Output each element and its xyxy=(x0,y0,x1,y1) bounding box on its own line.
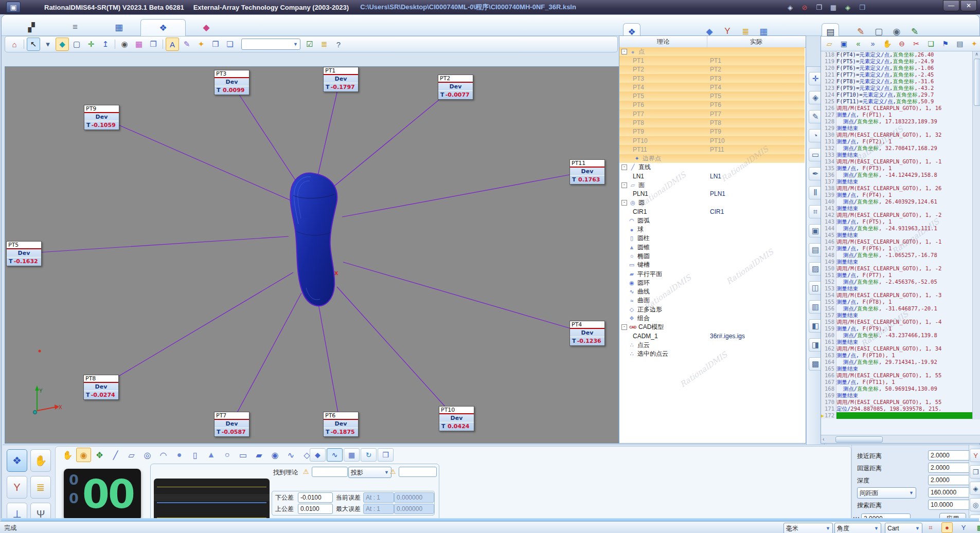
curve-feature-icon[interactable]: ∿ xyxy=(283,448,298,462)
comb-button[interactable]: ≣ xyxy=(30,476,51,499)
code-line-154[interactable]: 154调用/M(EASI_CLEARPLN_GOTO), 1, -3 xyxy=(821,292,972,299)
code-line-143[interactable]: 143测量/点, F(PT5), 1 xyxy=(821,218,972,225)
view-orient-icon[interactable]: ◆ xyxy=(56,38,69,51)
code-line-149[interactable]: 149测量结束 xyxy=(821,259,972,265)
eye-icon[interactable]: ◉ xyxy=(118,38,131,51)
point-label-PT4[interactable]: PT4DevT-0.1236 xyxy=(569,321,605,346)
3d-viewport[interactable]: x Y X PT3DevT0.0099PT1DevT-0.1797PT2DevT… xyxy=(5,66,619,444)
code-line-161[interactable]: 161测量结束 xyxy=(821,339,972,345)
comb-icon[interactable]: ≣ xyxy=(317,38,331,51)
code-line-131[interactable]: 131测量/点, F(PT2), 1 xyxy=(821,138,972,145)
quick-select-combo[interactable]: ▼ xyxy=(241,39,300,50)
home-icon[interactable]: ⌂ xyxy=(8,38,21,51)
code-line-164[interactable]: 164 测点/直角坐标, 29.714341,-19.92 xyxy=(821,359,972,365)
code-line-146[interactable]: 146调用/M(EASI_CLEARPLN_GOTO), 1, -1 xyxy=(821,238,972,245)
code-line-151[interactable]: 151测量/点, F(PT7), 1 xyxy=(821,272,972,279)
probe-rack-icon[interactable]: Y xyxy=(970,449,980,462)
code-line-144[interactable]: 144 测点/直角坐标, -24.931963,111.1 xyxy=(821,225,972,232)
tree-row-圆弧[interactable]: ◠圆弧 xyxy=(619,216,805,225)
code-line-132[interactable]: 132 测点/直角坐标, 32.708417,168.29 xyxy=(821,145,972,152)
window-cascade-icon[interactable]: ❒ xyxy=(209,38,222,51)
tree-row-PT3[interactable]: PT3PT3 xyxy=(619,74,805,83)
code-line-171[interactable]: 171定位/294.887085, 198.939578, 215. xyxy=(821,406,972,412)
code-line-128[interactable]: 128 测点/直角坐标, 17.183223,189.39 xyxy=(821,118,972,125)
tree-row-PT5[interactable]: PT5PT5 xyxy=(619,91,805,100)
tree-row-平行平面[interactable]: ▰平行平面 xyxy=(619,269,805,278)
vertical-scrollbar[interactable]: ∧ xyxy=(972,51,980,419)
code-line-159[interactable]: 159测量/点, F(PT9), 1 xyxy=(821,325,972,332)
code-line-156[interactable]: 156 测点/直角坐标, -31.646877,-20.1 xyxy=(821,305,972,312)
angle-probe-icon[interactable]: ↻ xyxy=(361,448,377,462)
layout-icon[interactable]: ❐ xyxy=(147,38,160,51)
code-line-147[interactable]: 147测量/点, F(PT6), 1 xyxy=(821,245,972,252)
expand-toggle-icon[interactable]: - xyxy=(621,164,627,170)
code-line-137[interactable]: 137测量结束 xyxy=(821,178,972,185)
code-line-125[interactable]: 125F(PT11)=元素定义/点,直角坐标,50.9 xyxy=(821,98,972,105)
point-label-PT1[interactable]: PT1DevT-0.1797 xyxy=(323,67,359,92)
tree-row-CIR1[interactable]: CIR1CIR1 xyxy=(619,207,805,216)
expand-toggle-icon[interactable]: - xyxy=(621,49,627,54)
search-cube-icon[interactable]: ◎ xyxy=(970,498,980,511)
remove-breakpoint-icon[interactable]: ⊖ xyxy=(895,37,908,50)
circle-feature-icon[interactable]: ◎ xyxy=(140,448,155,462)
magic-wand-icon[interactable]: ✦ xyxy=(194,38,208,51)
expand-toggle-icon[interactable]: - xyxy=(621,182,627,188)
spacing-plane-dropdown[interactable]: 间距面▼ xyxy=(857,487,916,499)
tab-graphics[interactable]: ◆ xyxy=(184,19,228,35)
coord-system-dropdown[interactable]: Cart▼ xyxy=(885,523,922,533)
tree-row-PT7[interactable]: PT7PT7 xyxy=(619,109,805,118)
code-line-122[interactable]: 122F(PT8)=元素定义/点,直角坐标,-31.6 xyxy=(821,78,972,85)
help-cursor-icon[interactable]: ? xyxy=(332,38,345,51)
save-icon[interactable]: ▣ xyxy=(837,37,850,50)
code-line-129[interactable]: 129测量结束 xyxy=(821,125,972,132)
code-line-162[interactable]: 162调用/M(EASI_CLEARPLN_GOTO), 1, 34 xyxy=(821,345,972,352)
cube-list-icon[interactable]: ❒ xyxy=(378,448,394,462)
indent-icon[interactable]: » xyxy=(866,37,880,50)
code-line-142[interactable]: 142调用/M(EASI_CLEARPLN_GOTO), 1, -2 xyxy=(821,212,972,218)
axis-path-icon[interactable]: ⌗ xyxy=(925,522,936,533)
color-map-icon[interactable]: ▦ xyxy=(132,38,146,51)
code-line-135[interactable]: 135测量/点, F(PT3), 1 xyxy=(821,165,972,172)
flag-icon[interactable]: ⚑ xyxy=(939,37,952,50)
point-label-PT6[interactable]: PT6DevT-0.1875 xyxy=(323,412,359,437)
code-line-165[interactable]: 165测量结束 xyxy=(821,365,972,372)
tree-row-圆环[interactable]: ◉圆环 xyxy=(619,279,805,287)
lower-tol-input[interactable] xyxy=(298,492,333,503)
setting-value-input[interactable]: 2.0000 xyxy=(928,463,972,473)
code-line-123[interactable]: 123F(PT9)=元素定义/点,直角坐标,-43.2 xyxy=(821,85,972,91)
tree-row-圆[interactable]: -◎圆 xyxy=(619,198,805,207)
app-icon[interactable]: ▣ xyxy=(6,2,21,13)
code-line-155[interactable]: 155测量/点, F(PT8), 1 xyxy=(821,299,972,305)
code-line-138[interactable]: 138调用/M(EASI_CLEARPLN_GOTO), 1, 26 xyxy=(821,185,972,192)
code-line-163[interactable]: 163测量/点, F(PT10), 1 xyxy=(821,352,972,359)
minimize-button[interactable]: — xyxy=(943,0,959,11)
select-cursor-icon[interactable]: ↖ xyxy=(27,38,40,51)
tree-row-PT2[interactable]: PT2PT2 xyxy=(619,65,805,74)
point-label-PT7[interactable]: PT7DevT-0.0587 xyxy=(214,412,250,437)
code-line-148[interactable]: 148 测点/直角坐标, -1.065257,-16.78 xyxy=(821,252,972,259)
slot-feature-icon[interactable]: ▭ xyxy=(236,448,251,462)
point-label-PT2[interactable]: PT2DevT-0.0077 xyxy=(438,75,473,100)
goto-line-icon[interactable]: ❏ xyxy=(924,37,937,50)
point-label-PT5[interactable]: PT5DevT-0.1632 xyxy=(6,241,42,266)
tree-row-PT10[interactable]: PT10PT10 xyxy=(619,136,805,145)
setting-value-input[interactable]: 2.0000 xyxy=(928,475,972,485)
tree-row-圆锥[interactable]: ▲圆锥 xyxy=(619,243,805,252)
graph-view-icon[interactable]: ∿ xyxy=(327,448,343,462)
code-line-150[interactable]: 150调用/M(EASI_CLEARPLN_GOTO), 1, -2 xyxy=(821,265,972,272)
code-line-139[interactable]: 139测量/点, F(PT4), 1 xyxy=(821,192,972,198)
code-line-133[interactable]: 133测量结束 xyxy=(821,152,972,158)
torus-feature-icon[interactable]: ◉ xyxy=(268,448,282,462)
tree-row-CAD模型[interactable]: -CADCAD模型 xyxy=(619,323,805,332)
setting-value-input[interactable]: 10.0000 xyxy=(928,500,972,510)
code-line-126[interactable]: 126调用/M(EASI_CLEARPLN_GOTO), 1, 16 xyxy=(821,105,972,112)
tool-cube-icon[interactable]: ◈ xyxy=(970,482,980,495)
outdent-icon[interactable]: « xyxy=(851,37,865,50)
tree-row-PT1[interactable]: PT1PT1 xyxy=(619,56,805,65)
code-line-145[interactable]: 145测量结束 xyxy=(821,232,972,238)
probe-manager-button[interactable]: Y xyxy=(7,476,27,499)
code-line-136[interactable]: 136 测点/直角坐标, -14.124429,158.8 xyxy=(821,172,972,178)
code-line-160[interactable]: 160 测点/直角坐标, -43.237466,139.8 xyxy=(821,332,972,339)
parallel-planes-feature-icon[interactable]: ▰ xyxy=(252,448,266,462)
tree-row-边界点[interactable]: ✦边界点 xyxy=(619,154,805,163)
